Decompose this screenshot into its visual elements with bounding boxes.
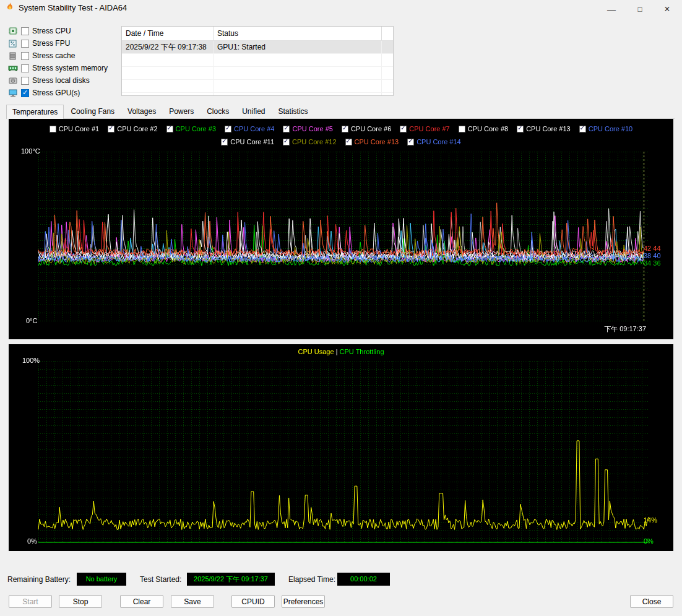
stress-memory-label: Stress system memory (32, 64, 108, 72)
disk-icon (7, 76, 18, 85)
legend-cpu-core-2[interactable]: CPU Core #2 (108, 125, 157, 132)
usage-current-value: 14% (644, 516, 657, 524)
throttling-current-value: 0% (644, 537, 654, 545)
temp-current-values-2: 38 40 (644, 252, 661, 259)
legend-cpu-core-3[interactable]: CPU Core #3 (166, 125, 216, 132)
legend-checkbox[interactable] (517, 126, 524, 132)
stress-gpu-checkbox[interactable] (21, 89, 29, 97)
legend-checkbox[interactable] (50, 126, 56, 132)
close-button[interactable]: Close (630, 595, 673, 608)
column-header-date-time[interactable]: Date / Time (122, 27, 214, 40)
legend-label: CPU Core #8 (468, 125, 508, 132)
legend-checkbox[interactable] (221, 139, 228, 145)
tab-temperatures[interactable]: Temperatures (6, 105, 64, 119)
temp-axis-max: 100°C (21, 147, 40, 155)
legend-cpu-core-12[interactable]: CPU Core #12 (283, 138, 337, 145)
legend-checkbox[interactable] (166, 126, 173, 132)
cpu-icon (7, 27, 18, 36)
table-empty-row (122, 80, 393, 93)
stress-option-cpu: Stress CPU (7, 25, 108, 37)
clear-button[interactable]: Clear (120, 595, 163, 608)
test-started-label: Test Started: (140, 575, 181, 584)
legend-cpu-core-13b[interactable]: CPU Core #13 (345, 138, 399, 145)
stress-option-memory: Stress system memory (7, 62, 108, 74)
stress-cache-label: Stress cache (32, 51, 75, 60)
window-title: System Stability Test - AIDA64 (19, 3, 127, 12)
stress-fpu-checkbox[interactable] (21, 40, 29, 48)
legend-cpu-core-5[interactable]: CPU Core #5 (283, 125, 332, 132)
legend-checkbox[interactable] (400, 126, 407, 132)
fpu-icon (7, 39, 18, 48)
stress-gpu-label: Stress GPU(s) (32, 89, 80, 97)
stress-cache-checkbox[interactable] (21, 52, 29, 60)
cpu-usage-chart-canvas (9, 344, 673, 551)
remaining-battery-label: Remaining Battery: (7, 575, 71, 584)
temp-current-values-1: 42 44 (644, 245, 661, 252)
stress-cpu-checkbox[interactable] (21, 27, 29, 35)
minimize-button[interactable]: — (598, 0, 625, 19)
stop-button[interactable]: Stop (59, 595, 102, 608)
legend-label: CPU Core #2 (117, 125, 157, 132)
table-empty-row (122, 54, 393, 67)
column-header-status[interactable]: Status (214, 27, 382, 40)
maximize-button[interactable]: □ (626, 0, 654, 19)
tab-unified[interactable]: Unified (236, 105, 271, 118)
legend-cpu-core-14[interactable]: CPU Core #14 (407, 138, 461, 145)
legend-cpu-core-10[interactable]: CPU Core #10 (579, 125, 633, 132)
save-button[interactable]: Save (171, 595, 214, 608)
legend-cpu-core-6[interactable]: CPU Core #6 (342, 125, 391, 132)
legend-label: CPU Core #13 (526, 125, 571, 132)
legend-checkbox[interactable] (342, 126, 348, 132)
close-window-button[interactable]: × (654, 0, 681, 19)
stress-disks-label: Stress local disks (32, 76, 90, 85)
stress-disks-checkbox[interactable] (21, 77, 29, 85)
stress-cpu-label: Stress CPU (32, 27, 71, 35)
event-log-table: Date / Time Status 2025/9/22 下午 09:17:38… (121, 26, 394, 96)
stress-fpu-label: Stress FPU (32, 39, 70, 48)
legend-cpu-core-7[interactable]: CPU Core #7 (400, 125, 449, 132)
legend-label: CPU Core #6 (351, 125, 391, 132)
legend-checkbox[interactable] (407, 139, 414, 145)
legend-cpu-core-1[interactable]: CPU Core #1 (50, 125, 99, 132)
legend-cpu-core-8[interactable]: CPU Core #8 (459, 125, 508, 132)
stress-option-fpu: Stress FPU (7, 37, 108, 50)
tab-powers[interactable]: Powers (163, 105, 200, 118)
legend-checkbox[interactable] (108, 126, 114, 132)
stress-options-panel: Stress CPU Stress FPU Stress cache Stres… (7, 25, 108, 99)
legend-checkbox[interactable] (579, 126, 586, 132)
tab-clocks[interactable]: Clocks (201, 105, 235, 118)
legend-cpu-core-11[interactable]: CPU Core #11 (221, 138, 274, 145)
memory-icon (7, 64, 18, 73)
stress-option-disks: Stress local disks (7, 74, 108, 87)
legend-checkbox[interactable] (283, 139, 290, 145)
start-button[interactable]: Start (9, 595, 52, 608)
cpuid-button[interactable]: CPUID (231, 595, 275, 608)
tab-cooling-fans[interactable]: Cooling Fans (64, 105, 121, 118)
usage-title-separator: | (336, 348, 338, 355)
remaining-battery-value: No battery (77, 573, 126, 586)
legend-label: CPU Core #12 (292, 138, 337, 145)
temperature-chart-canvas (9, 119, 673, 339)
temperature-legend-row1: CPU Core #1 CPU Core #2 CPU Core #3 CPU … (9, 125, 673, 132)
legend-checkbox[interactable] (283, 126, 290, 132)
legend-checkbox[interactable] (345, 139, 352, 145)
elapsed-time-value: 00:00:02 (337, 573, 390, 586)
legend-checkbox[interactable] (459, 126, 465, 132)
legend-checkbox[interactable] (225, 126, 231, 132)
legend-cpu-core-13a[interactable]: CPU Core #13 (517, 125, 571, 132)
usage-title-text: CPU Usage (298, 348, 334, 355)
table-row[interactable]: 2025/9/22 下午 09:17:38 GPU1: Started (122, 41, 393, 54)
stress-memory-checkbox[interactable] (21, 64, 29, 72)
table-empty-row (122, 67, 393, 80)
cpu-usage-chart: CPU Usage | CPU Throttling 100% 0% 14% 0… (9, 344, 673, 551)
legend-label: CPU Core #11 (230, 138, 274, 145)
temperature-chart: CPU Core #1 CPU Core #2 CPU Core #3 CPU … (9, 119, 673, 339)
temp-axis-min: 0°C (26, 317, 37, 324)
legend-cpu-core-4[interactable]: CPU Core #4 (225, 125, 274, 132)
preferences-button[interactable]: Preferences (282, 595, 325, 608)
tab-voltages[interactable]: Voltages (121, 105, 162, 118)
legend-label: CPU Core #3 (176, 125, 216, 132)
tab-statistics[interactable]: Statistics (272, 105, 314, 118)
table-header: Date / Time Status (122, 27, 393, 41)
usage-axis-min: 0% (27, 537, 37, 545)
